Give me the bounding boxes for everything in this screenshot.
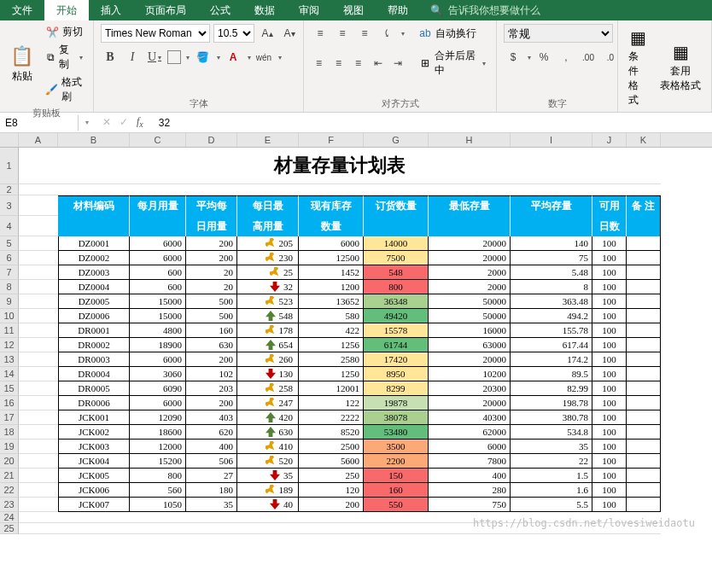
cell-avg[interactable]: 180: [186, 483, 237, 498]
cell-max[interactable]: 523: [237, 294, 299, 309]
tab-formulas[interactable]: 公式: [198, 0, 242, 20]
cell-stock[interactable]: 6000: [299, 236, 364, 251]
row-header[interactable]: 16: [0, 396, 19, 410]
cell-mean[interactable]: 380.78: [511, 410, 592, 425]
row-header[interactable]: 3: [0, 195, 19, 216]
cell-days[interactable]: 100: [592, 498, 627, 512]
cell-order[interactable]: 3500: [364, 440, 429, 454]
tab-layout[interactable]: 页面布局: [133, 0, 198, 20]
cell-days[interactable]: 100: [592, 469, 627, 483]
font-color-button[interactable]: A: [224, 48, 242, 67]
col-header[interactable]: C: [130, 133, 186, 147]
row-header[interactable]: 10: [0, 309, 19, 323]
row-header[interactable]: 24: [0, 512, 19, 523]
cell-note[interactable]: [627, 440, 661, 454]
comma-button[interactable]: ,: [557, 48, 575, 67]
cell-days[interactable]: 100: [592, 381, 627, 396]
cell-note[interactable]: [627, 265, 661, 280]
cell-mean[interactable]: 75: [511, 251, 592, 265]
cell-avg[interactable]: 203: [186, 381, 237, 396]
format-painter-button[interactable]: 🖌️格式刷: [42, 74, 86, 105]
cell-stock[interactable]: 120: [299, 483, 364, 498]
cell-month[interactable]: 6000: [130, 396, 186, 410]
cell-stock[interactable]: 1452: [299, 265, 364, 280]
cell-order[interactable]: 160: [364, 483, 429, 498]
cell-min[interactable]: 50000: [429, 294, 511, 309]
increase-decimal-button[interactable]: .00: [579, 48, 598, 67]
cell-avg[interactable]: 200: [186, 236, 237, 251]
tab-file[interactable]: 文件: [0, 0, 44, 20]
cell-stock[interactable]: 422: [299, 323, 364, 338]
cell-days[interactable]: 100: [592, 294, 627, 309]
tab-review[interactable]: 审阅: [287, 0, 331, 20]
cell-note[interactable]: [627, 454, 661, 469]
cell-mean[interactable]: 363.48: [511, 294, 592, 309]
cell-order[interactable]: 15578: [364, 323, 429, 338]
row-header[interactable]: 15: [0, 381, 19, 396]
cell-stock[interactable]: 2500: [299, 440, 364, 454]
cell-mean[interactable]: 494.2: [511, 309, 592, 323]
cell-month[interactable]: 600: [130, 265, 186, 280]
cell-note[interactable]: [627, 352, 661, 367]
col-header[interactable]: A: [19, 133, 58, 147]
cell-days[interactable]: 100: [592, 236, 627, 251]
col-header[interactable]: B: [58, 133, 130, 147]
cell-days[interactable]: 100: [592, 323, 627, 338]
cell-avg[interactable]: 506: [186, 454, 237, 469]
copy-button[interactable]: ⧉复制▾: [42, 42, 86, 73]
cell-month[interactable]: 6000: [130, 352, 186, 367]
cell-days[interactable]: 100: [592, 280, 627, 294]
col-header[interactable]: H: [429, 133, 511, 147]
cell-order[interactable]: 548: [364, 265, 429, 280]
cell-mean[interactable]: 617.44: [511, 338, 592, 352]
cell-month[interactable]: 6090: [130, 381, 186, 396]
cell-days[interactable]: 100: [592, 454, 627, 469]
cell-material[interactable]: DR0006: [58, 396, 130, 410]
cell-stock[interactable]: 2580: [299, 352, 364, 367]
cell-note[interactable]: [627, 338, 661, 352]
cell-min[interactable]: 63000: [429, 338, 511, 352]
cell-stock[interactable]: 122: [299, 396, 364, 410]
col-header[interactable]: F: [299, 133, 364, 147]
row-header[interactable]: 25: [0, 523, 19, 534]
cell-order[interactable]: 36348: [364, 294, 429, 309]
cell-max[interactable]: 258: [237, 381, 299, 396]
row-header[interactable]: 20: [0, 454, 19, 469]
cell-mean[interactable]: 35: [511, 440, 592, 454]
cell-order[interactable]: 17420: [364, 352, 429, 367]
bold-button[interactable]: B: [101, 48, 120, 67]
select-all-corner[interactable]: [0, 133, 19, 147]
row-header[interactable]: 1: [0, 148, 19, 184]
cell-mean[interactable]: 5.48: [511, 265, 592, 280]
chevron-down-icon[interactable]: ▾: [80, 119, 94, 126]
cell-month[interactable]: 1050: [130, 498, 186, 512]
cell-note[interactable]: [627, 483, 661, 498]
cell-material[interactable]: JCK004: [58, 454, 130, 469]
cell-max[interactable]: 420: [237, 410, 299, 425]
cell-mean[interactable]: 198.78: [511, 396, 592, 410]
cell-avg[interactable]: 35: [186, 498, 237, 512]
cell-avg[interactable]: 200: [186, 251, 237, 265]
paste-button[interactable]: 📋 粘贴: [7, 44, 37, 85]
cell-order[interactable]: 800: [364, 280, 429, 294]
cell-days[interactable]: 100: [592, 265, 627, 280]
align-middle-button[interactable]: ≡: [333, 24, 352, 43]
indent-left-button[interactable]: ⇤: [370, 54, 386, 73]
cell-max[interactable]: 35: [237, 469, 299, 483]
cell-order[interactable]: 61744: [364, 338, 429, 352]
cell-month[interactable]: 18900: [130, 338, 186, 352]
row-header[interactable]: 7: [0, 265, 19, 280]
cell-avg[interactable]: 200: [186, 396, 237, 410]
cell-material[interactable]: DR0005: [58, 381, 130, 396]
cell-stock[interactable]: 8520: [299, 425, 364, 440]
cell-min[interactable]: 7800: [429, 454, 511, 469]
cell-mean[interactable]: 89.5: [511, 367, 592, 381]
cell-min[interactable]: 50000: [429, 309, 511, 323]
cell-avg[interactable]: 20: [186, 265, 237, 280]
cell-note[interactable]: [627, 410, 661, 425]
cell-material[interactable]: DR0001: [58, 323, 130, 338]
cell-days[interactable]: 100: [592, 483, 627, 498]
cell-min[interactable]: 750: [429, 498, 511, 512]
cell-order[interactable]: 49420: [364, 309, 429, 323]
cell-month[interactable]: 15000: [130, 294, 186, 309]
